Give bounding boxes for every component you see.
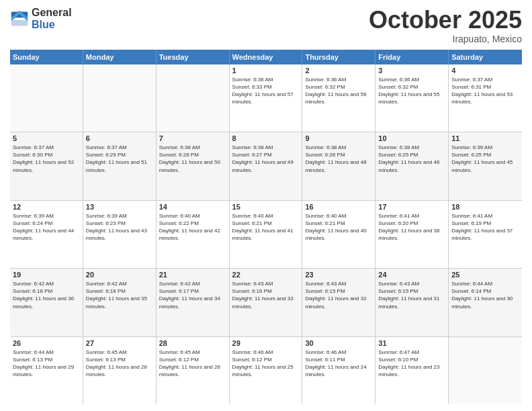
calendar-cell: 13Sunrise: 6:39 AMSunset: 6:23 PMDayligh… — [83, 201, 157, 268]
calendar-cell — [10, 64, 83, 132]
day-number: 30 — [305, 339, 372, 347]
calendar-cell: 9Sunrise: 6:38 AMSunset: 6:26 PMDaylight… — [302, 132, 375, 199]
calendar-week-2: 5Sunrise: 6:37 AMSunset: 6:30 PMDaylight… — [10, 132, 522, 200]
day-number: 8 — [232, 134, 300, 142]
cell-info: Sunrise: 6:39 AMSunset: 6:25 PMDaylight:… — [451, 144, 519, 174]
day-number: 31 — [378, 339, 445, 347]
calendar-cell: 11Sunrise: 6:39 AMSunset: 6:25 PMDayligh… — [449, 132, 522, 199]
day-number: 14 — [159, 203, 226, 211]
header: General Blue October 2025 Irapuato, Mexi… — [10, 7, 522, 44]
day-number: 7 — [159, 134, 226, 142]
day-header-wednesday: Wednesday — [230, 50, 303, 64]
calendar-cell: 19Sunrise: 6:42 AMSunset: 6:18 PMDayligh… — [10, 269, 83, 336]
svg-rect-2 — [11, 19, 28, 26]
calendar-cell — [83, 64, 157, 132]
day-number: 15 — [232, 203, 300, 211]
cell-info: Sunrise: 6:40 AMSunset: 6:22 PMDaylight:… — [159, 212, 226, 242]
month-title: October 2025 — [369, 7, 522, 34]
cell-info: Sunrise: 6:42 AMSunset: 6:17 PMDaylight:… — [159, 280, 226, 310]
calendar-cell: 4Sunrise: 6:37 AMSunset: 6:31 PMDaylight… — [449, 64, 522, 132]
calendar-week-1: 1Sunrise: 6:36 AMSunset: 6:33 PMDaylight… — [10, 64, 522, 132]
day-header-thursday: Thursday — [302, 50, 375, 64]
day-number: 4 — [451, 66, 519, 75]
location-subtitle: Irapuato, Mexico — [369, 34, 522, 44]
calendar-cell: 30Sunrise: 6:46 AMSunset: 6:11 PMDayligh… — [302, 337, 375, 404]
day-number: 5 — [13, 134, 80, 142]
cell-info: Sunrise: 6:38 AMSunset: 6:28 PMDaylight:… — [159, 144, 226, 174]
calendar-cell: 28Sunrise: 6:45 AMSunset: 6:12 PMDayligh… — [157, 337, 230, 404]
day-header-tuesday: Tuesday — [157, 50, 230, 64]
day-header-friday: Friday — [375, 50, 449, 64]
calendar-cell: 17Sunrise: 6:41 AMSunset: 6:20 PMDayligh… — [375, 201, 449, 268]
calendar-week-3: 12Sunrise: 6:39 AMSunset: 6:24 PMDayligh… — [10, 201, 522, 269]
cell-info: Sunrise: 6:46 AMSunset: 6:12 PMDaylight:… — [232, 349, 300, 379]
calendar-body: 1Sunrise: 6:36 AMSunset: 6:33 PMDaylight… — [10, 64, 522, 404]
cell-info: Sunrise: 6:45 AMSunset: 6:12 PMDaylight:… — [159, 349, 226, 379]
logo-text: General Blue — [32, 7, 72, 30]
logo-icon — [10, 9, 29, 28]
day-number: 25 — [451, 271, 519, 279]
calendar-cell: 1Sunrise: 6:36 AMSunset: 6:33 PMDaylight… — [230, 64, 303, 132]
cell-info: Sunrise: 6:41 AMSunset: 6:20 PMDaylight:… — [378, 212, 445, 242]
calendar-cell: 31Sunrise: 6:47 AMSunset: 6:10 PMDayligh… — [375, 337, 449, 404]
calendar-cell: 16Sunrise: 6:40 AMSunset: 6:21 PMDayligh… — [302, 201, 375, 268]
day-header-sunday: Sunday — [10, 50, 83, 64]
day-number: 10 — [378, 134, 445, 142]
cell-info: Sunrise: 6:39 AMSunset: 6:24 PMDaylight:… — [13, 212, 80, 242]
cell-info: Sunrise: 6:44 AMSunset: 6:14 PMDaylight:… — [451, 280, 519, 310]
calendar-cell: 20Sunrise: 6:42 AMSunset: 6:18 PMDayligh… — [83, 269, 157, 336]
calendar-cell: 24Sunrise: 6:43 AMSunset: 6:15 PMDayligh… — [375, 269, 449, 336]
calendar-cell: 3Sunrise: 6:36 AMSunset: 6:32 PMDaylight… — [375, 64, 449, 132]
day-number: 21 — [159, 271, 226, 279]
title-block: October 2025 Irapuato, Mexico — [369, 7, 522, 44]
cell-info: Sunrise: 6:44 AMSunset: 6:13 PMDaylight:… — [13, 349, 80, 379]
logo-blue-text: Blue — [32, 19, 72, 31]
cell-info: Sunrise: 6:42 AMSunset: 6:18 PMDaylight:… — [86, 280, 153, 310]
day-number: 22 — [232, 271, 300, 279]
cell-info: Sunrise: 6:40 AMSunset: 6:21 PMDaylight:… — [232, 212, 300, 242]
day-number: 3 — [378, 66, 445, 75]
cell-info: Sunrise: 6:40 AMSunset: 6:21 PMDaylight:… — [305, 212, 372, 242]
calendar-cell: 6Sunrise: 6:37 AMSunset: 6:29 PMDaylight… — [83, 132, 157, 199]
calendar-cell: 21Sunrise: 6:42 AMSunset: 6:17 PMDayligh… — [157, 269, 230, 336]
day-number: 6 — [86, 134, 153, 142]
cell-info: Sunrise: 6:45 AMSunset: 6:13 PMDaylight:… — [86, 349, 153, 379]
calendar-cell: 7Sunrise: 6:38 AMSunset: 6:28 PMDaylight… — [157, 132, 230, 199]
day-number: 9 — [305, 134, 372, 142]
calendar-cell: 18Sunrise: 6:41 AMSunset: 6:19 PMDayligh… — [449, 201, 522, 268]
calendar-cell: 23Sunrise: 6:43 AMSunset: 6:15 PMDayligh… — [302, 269, 375, 336]
calendar-header: SundayMondayTuesdayWednesdayThursdayFrid… — [10, 50, 522, 64]
day-number: 13 — [86, 203, 153, 211]
calendar-week-4: 19Sunrise: 6:42 AMSunset: 6:18 PMDayligh… — [10, 269, 522, 336]
cell-info: Sunrise: 6:38 AMSunset: 6:25 PMDaylight:… — [378, 144, 445, 174]
day-number: 27 — [86, 339, 153, 347]
cell-info: Sunrise: 6:37 AMSunset: 6:29 PMDaylight:… — [86, 144, 153, 174]
cell-info: Sunrise: 6:42 AMSunset: 6:18 PMDaylight:… — [13, 280, 80, 310]
calendar-cell: 5Sunrise: 6:37 AMSunset: 6:30 PMDaylight… — [10, 132, 83, 199]
day-number: 26 — [13, 339, 80, 347]
cell-info: Sunrise: 6:41 AMSunset: 6:19 PMDaylight:… — [451, 212, 519, 242]
cell-info: Sunrise: 6:43 AMSunset: 6:15 PMDaylight:… — [305, 280, 372, 310]
cell-info: Sunrise: 6:36 AMSunset: 6:32 PMDaylight:… — [305, 76, 372, 106]
calendar-cell: 14Sunrise: 6:40 AMSunset: 6:22 PMDayligh… — [157, 201, 230, 268]
calendar-cell: 12Sunrise: 6:39 AMSunset: 6:24 PMDayligh… — [10, 201, 83, 268]
cell-info: Sunrise: 6:37 AMSunset: 6:31 PMDaylight:… — [451, 76, 519, 106]
day-number: 28 — [159, 339, 226, 347]
calendar-cell: 25Sunrise: 6:44 AMSunset: 6:14 PMDayligh… — [449, 269, 522, 336]
logo-general-text: General — [32, 7, 72, 19]
cell-info: Sunrise: 6:36 AMSunset: 6:32 PMDaylight:… — [378, 76, 445, 106]
cell-info: Sunrise: 6:37 AMSunset: 6:30 PMDaylight:… — [13, 144, 80, 174]
day-number: 17 — [378, 203, 445, 211]
calendar-cell: 10Sunrise: 6:38 AMSunset: 6:25 PMDayligh… — [375, 132, 449, 199]
cell-info: Sunrise: 6:46 AMSunset: 6:11 PMDaylight:… — [305, 349, 372, 379]
calendar-cell: 8Sunrise: 6:38 AMSunset: 6:27 PMDaylight… — [230, 132, 303, 199]
logo: General Blue — [10, 7, 72, 30]
calendar-cell: 2Sunrise: 6:36 AMSunset: 6:32 PMDaylight… — [302, 64, 375, 132]
calendar-cell — [157, 64, 230, 132]
calendar: SundayMondayTuesdayWednesdayThursdayFrid… — [10, 50, 522, 404]
day-number: 29 — [232, 339, 300, 347]
day-number: 24 — [378, 271, 445, 279]
cell-info: Sunrise: 6:39 AMSunset: 6:23 PMDaylight:… — [86, 212, 153, 242]
cell-info: Sunrise: 6:43 AMSunset: 6:16 PMDaylight:… — [232, 280, 300, 310]
day-header-monday: Monday — [83, 50, 157, 64]
